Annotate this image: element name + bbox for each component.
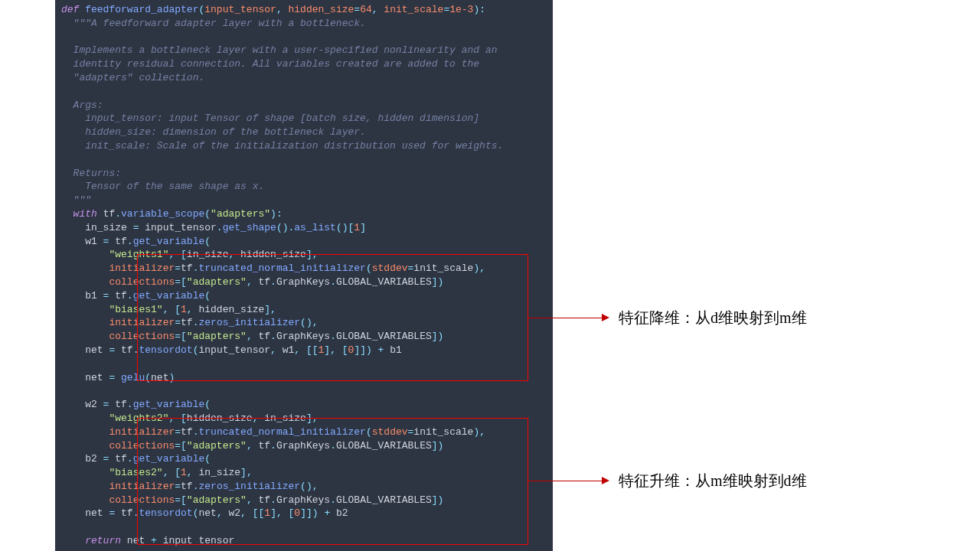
annotation-1: 特征降维：从d维映射到m维 xyxy=(619,308,807,328)
highlight-box-1 xyxy=(137,254,528,381)
arrow-1 xyxy=(528,318,602,318)
annotation-2: 特征升维：从m维映射到d维 xyxy=(619,471,807,491)
arrow-head-2 xyxy=(602,477,609,484)
highlight-box-2 xyxy=(137,418,528,545)
arrow-head-1 xyxy=(602,314,609,321)
arrow-2 xyxy=(528,481,602,481)
